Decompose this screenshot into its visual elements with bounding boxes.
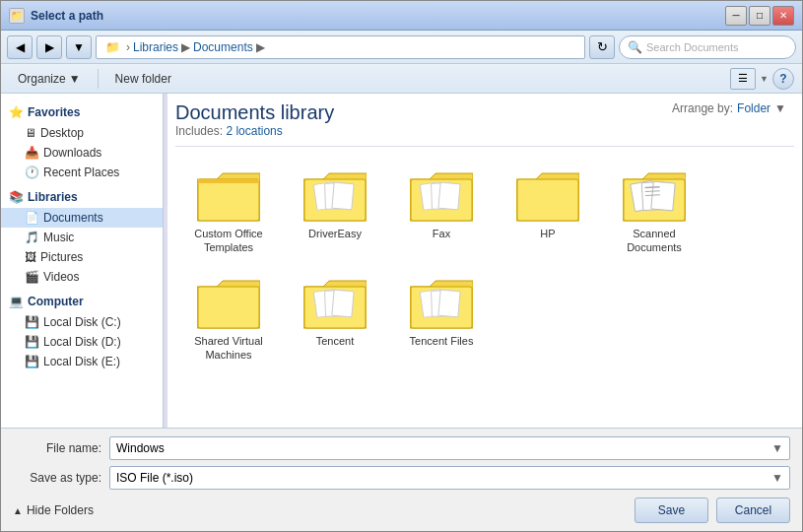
- sidebar-computer-section: 💻 Computer 💾 Local Disk (C:) 💾 Local Dis…: [1, 291, 163, 371]
- drive-d-label: Local Disk (D:): [43, 335, 121, 349]
- svg-rect-12: [438, 182, 460, 210]
- hide-folders-icon: ▲: [13, 505, 23, 516]
- folder-icon: [197, 169, 260, 223]
- dialog-window: 📁 Select a path ─ □ ✕ ◀ ▶ ▼ 📁 › Librarie…: [0, 0, 803, 532]
- music-icon: 🎵: [25, 231, 39, 244]
- new-folder-button[interactable]: New folder: [106, 68, 180, 90]
- favorites-label: Favorites: [28, 105, 80, 119]
- filename-dropdown-icon: ▼: [771, 441, 783, 455]
- pictures-icon: 🖼: [25, 250, 36, 264]
- folder-drivereasy[interactable]: DriverEasy: [286, 163, 384, 262]
- svg-line-20: [645, 187, 660, 188]
- folder-icon: [410, 169, 473, 223]
- folder-icon: [303, 277, 367, 330]
- music-label: Music: [43, 231, 74, 244]
- filename-input[interactable]: Windows ▼: [109, 436, 790, 460]
- sidebar-libraries-header[interactable]: 📚 Libraries: [1, 186, 163, 208]
- folder-icon: [516, 169, 579, 223]
- svg-rect-34: [438, 290, 460, 317]
- breadcrumb-documents[interactable]: Documents: [193, 40, 253, 54]
- view-toggle-button[interactable]: ☰: [730, 68, 756, 90]
- sidebar-item-desktop[interactable]: 🖥 Desktop: [1, 123, 163, 143]
- drive-d-icon: 💾: [25, 335, 39, 349]
- organize-button[interactable]: Organize ▼: [9, 68, 90, 90]
- arrange-value[interactable]: Folder: [737, 101, 770, 115]
- search-icon: 🔍: [628, 40, 642, 54]
- folder-fax[interactable]: Fax: [392, 163, 491, 262]
- bottom-section: File name: Windows ▼ Save as type: ISO F…: [1, 428, 802, 531]
- folder-hp[interactable]: HP: [499, 163, 597, 262]
- maximize-button[interactable]: □: [749, 6, 770, 26]
- back-button[interactable]: ◀: [7, 35, 33, 59]
- sidebar-item-music[interactable]: 🎵 Music: [1, 228, 163, 247]
- folder-tencent-files[interactable]: Tencent Files: [392, 270, 491, 369]
- arrange-by: Arrange by: Folder ▼: [672, 101, 786, 115]
- desktop-icon: 🖥: [25, 126, 36, 140]
- documents-icon: 📄: [25, 211, 39, 225]
- view-arrow: ▼: [760, 74, 769, 84]
- close-button[interactable]: ✕: [772, 6, 794, 26]
- libraries-label: Libraries: [28, 190, 78, 204]
- videos-icon: 🎬: [25, 270, 39, 284]
- savetype-label: Save as type:: [13, 471, 101, 485]
- forward-button[interactable]: ▶: [36, 35, 62, 59]
- minimize-button[interactable]: ─: [725, 6, 747, 26]
- hide-folders-button[interactable]: ▲ Hide Folders: [13, 503, 94, 517]
- folder-scanned-documents[interactable]: Scanned Documents: [605, 163, 703, 262]
- videos-label: Videos: [43, 270, 79, 284]
- toolbar: Organize ▼ New folder ☰ ▼ ?: [1, 64, 802, 94]
- arrange-arrow-icon[interactable]: ▼: [774, 101, 786, 115]
- address-path[interactable]: 📁 › Libraries ▶ Documents ▶: [96, 35, 585, 59]
- sidebar-favorites-header[interactable]: ⭐ Favorites: [1, 101, 163, 123]
- sidebar-item-drive-e[interactable]: 💾 Local Disk (E:): [1, 352, 163, 371]
- breadcrumb-libraries[interactable]: Libraries: [133, 40, 178, 54]
- search-box[interactable]: 🔍 Search Documents: [619, 35, 796, 59]
- cancel-button[interactable]: Cancel: [716, 498, 790, 523]
- folder-tencent[interactable]: Tencent: [286, 270, 384, 369]
- svg-rect-24: [198, 287, 259, 328]
- folder-label: HP: [540, 227, 555, 240]
- sidebar-item-pictures[interactable]: 🖼 Pictures: [1, 247, 163, 267]
- recent-label: Recent Places: [43, 166, 119, 179]
- folder-label: Tencent Files: [410, 334, 474, 348]
- folder-shared-virtual-machines[interactable]: Shared Virtual Machines: [179, 270, 278, 369]
- new-folder-label: New folder: [115, 72, 171, 86]
- path-icon: 📁: [105, 40, 120, 54]
- sidebar-item-videos[interactable]: 🎬 Videos: [1, 267, 163, 287]
- libraries-icon: 📚: [9, 190, 24, 204]
- downloads-icon: 📥: [25, 146, 39, 160]
- sidebar-item-drive-c[interactable]: 💾 Local Disk (C:): [1, 312, 163, 332]
- main-content: ⭐ Favorites 🖥 Desktop 📥 Downloads 🕐 Rece…: [1, 94, 802, 428]
- action-buttons: Save Cancel: [635, 498, 790, 523]
- sidebar-item-recent-places[interactable]: 🕐 Recent Places: [1, 163, 163, 182]
- help-button[interactable]: ?: [772, 68, 794, 90]
- file-grid: Custom Office Templates DriverEasy: [175, 159, 794, 372]
- star-icon: ⭐: [9, 105, 24, 119]
- folder-custom-office[interactable]: Custom Office Templates: [179, 163, 278, 262]
- svg-rect-7: [332, 182, 354, 210]
- computer-icon: 💻: [9, 295, 24, 308]
- save-button[interactable]: Save: [635, 498, 708, 523]
- refresh-button[interactable]: ↻: [589, 35, 615, 59]
- drive-c-icon: 💾: [25, 315, 39, 329]
- sidebar-item-drive-d[interactable]: 💾 Local Disk (D:): [1, 332, 163, 352]
- downloads-label: Downloads: [43, 146, 101, 160]
- drive-e-icon: 💾: [25, 355, 39, 368]
- savetype-select[interactable]: ISO File (*.iso) ▼: [109, 466, 790, 490]
- bottom-buttons: ▲ Hide Folders Save Cancel: [13, 498, 790, 523]
- toolbar-separator: [98, 69, 99, 89]
- folder-icon: [303, 169, 367, 223]
- sidebar-computer-header[interactable]: 💻 Computer: [1, 291, 163, 312]
- address-bar: ◀ ▶ ▼ 📁 › Libraries ▶ Documents ▶ ↻ 🔍 Se…: [1, 31, 802, 64]
- title-bar: 📁 Select a path ─ □ ✕: [1, 1, 802, 31]
- dropdown-nav-button[interactable]: ▼: [66, 35, 92, 59]
- locations-link[interactable]: 2 locations: [226, 124, 282, 138]
- folder-icon: [623, 169, 686, 223]
- filename-value: Windows: [116, 441, 165, 455]
- computer-label: Computer: [28, 295, 84, 308]
- folder-label: Fax: [433, 227, 450, 240]
- dialog-title: Select a path: [31, 9, 725, 23]
- title-controls: ─ □ ✕: [725, 6, 794, 26]
- sidebar-item-downloads[interactable]: 📥 Downloads: [1, 143, 163, 163]
- sidebar-item-documents[interactable]: 📄 Documents: [1, 208, 163, 228]
